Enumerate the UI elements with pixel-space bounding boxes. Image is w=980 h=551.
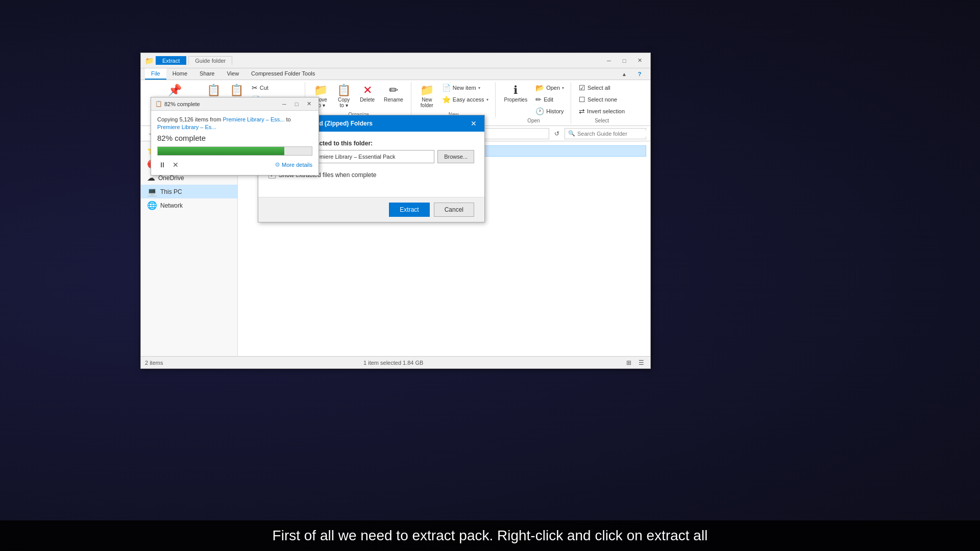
copy-progress-dialog: 📋 82% complete ─ □ ✕ Copying 5,126 items… (151, 97, 319, 176)
move-icon: 📁 (314, 85, 328, 96)
pause-button[interactable]: ⏸ (157, 160, 167, 170)
progress-body: Copying 5,126 items from Premiere Librar… (151, 111, 318, 175)
ribbon-tab-file[interactable]: File (145, 68, 166, 80)
new-folder-button[interactable]: 📁 Newfolder (416, 82, 437, 111)
view-large-icons-button[interactable]: ⊞ (624, 358, 634, 368)
select-small-buttons: ☑ Select all ☐ Select none ⇄ Invert sele… (576, 82, 627, 117)
progress-maximize-button[interactable]: □ (291, 99, 302, 109)
search-icon: 🔍 (568, 130, 575, 137)
extract-button[interactable]: Extract (389, 203, 429, 217)
status-bar: 2 items 1 item selected 1.84 GB ⊞ ☰ (141, 356, 650, 368)
progress-bar-container (157, 146, 312, 156)
new-folder-icon: 📁 (420, 85, 434, 96)
ribbon-group-new-items: 📁 Newfolder 📄 New item ▾ ⭐ Easy access ▾ (416, 82, 491, 111)
cut-button[interactable]: ✂ Cut (249, 82, 301, 93)
properties-button[interactable]: ℹ Properties (501, 82, 531, 105)
progress-title-bar: 📋 82% complete ─ □ ✕ (151, 97, 318, 111)
close-window-button[interactable]: ✕ (633, 56, 646, 66)
open-icon: 📂 (535, 84, 544, 92)
progress-copying-text: Copying 5,126 items from Premiere Librar… (157, 116, 312, 132)
more-details-button[interactable]: ⊙ More details (275, 161, 312, 168)
copy-to-icon: 📋 (337, 85, 351, 96)
view-details-button[interactable]: ☰ (636, 358, 646, 368)
search-input[interactable] (577, 131, 648, 137)
progress-dest: Premiere Library – Es... (157, 124, 216, 130)
select-none-icon: ☐ (579, 95, 585, 104)
new-item-button[interactable]: 📄 New item ▾ (439, 82, 491, 93)
minimize-button[interactable]: ─ (602, 56, 616, 66)
invert-icon: ⇄ (579, 107, 585, 115)
rename-icon: ✏ (389, 85, 398, 96)
tab-guide-folder[interactable]: Guide folder (188, 56, 232, 65)
progress-dialog-icon: 📋 (155, 101, 162, 107)
ribbon-help-button[interactable]: ? (633, 69, 646, 79)
this-pc-icon: 💻 (147, 187, 157, 196)
cut-icon: ✂ (252, 84, 258, 92)
history-icon: 🕐 (535, 107, 544, 115)
copy-icon: 📋 (207, 85, 220, 96)
refresh-button[interactable]: ↺ (551, 128, 562, 139)
ribbon-tab-view[interactable]: View (220, 68, 245, 80)
sidebar-item-this-pc[interactable]: 💻 This PC (141, 185, 237, 198)
open-small-buttons: 📂 Open ▾ ✏ Edit 🕐 History (533, 82, 567, 117)
ribbon-group-new: 📁 Newfolder 📄 New item ▾ ⭐ Easy access ▾ (412, 82, 496, 117)
easy-access-icon: ⭐ (442, 95, 451, 104)
delete-button[interactable]: ✕ Delete (356, 82, 378, 105)
extract-browse-button[interactable]: Browse... (437, 150, 474, 163)
ribbon-group-select-items: ☑ Select all ☐ Select none ⇄ Invert sele… (576, 82, 627, 117)
sidebar-item-network[interactable]: 🌐 Network (141, 198, 237, 212)
new-item-arrow: ▾ (478, 86, 480, 90)
folder-icon-title: 📁 (145, 57, 154, 65)
select-all-button[interactable]: ☑ Select all (576, 82, 627, 93)
network-icon: 🌐 (147, 201, 157, 210)
ribbon-minimize-button[interactable]: ▲ (618, 69, 631, 79)
select-all-icon: ☑ (579, 84, 585, 92)
rename-button[interactable]: ✏ Rename (380, 82, 407, 105)
pin-icon: 📌 (168, 85, 182, 96)
tab-extract[interactable]: Extract (156, 56, 186, 65)
ribbon-group-select: ☑ Select all ☐ Select none ⇄ Invert sele… (572, 82, 631, 123)
paste-icon: 📋 (230, 85, 243, 96)
status-items-count: 2 items (145, 360, 163, 366)
open-group-label: Open (527, 117, 540, 123)
title-bar-left: 📁 Extract Guide folder (145, 56, 232, 65)
select-group-label: Select (595, 117, 609, 123)
progress-close-button[interactable]: ✕ (303, 99, 314, 109)
title-bar: 📁 Extract Guide folder ─ □ ✕ (141, 53, 650, 68)
status-right: ⊞ ☰ (624, 358, 646, 368)
status-selected-info: 1 item selected 1.84 GB (363, 360, 423, 366)
open-arrow: ▾ (562, 86, 564, 90)
cancel-copy-button[interactable]: ✕ (170, 160, 181, 170)
delete-icon: ✕ (363, 85, 372, 96)
ribbon-group-open: ℹ Properties 📂 Open ▾ ✏ Edit 🕐 (497, 82, 572, 123)
search-box: 🔍 (565, 128, 646, 139)
ribbon-group-open-items: ℹ Properties 📂 Open ▾ ✏ Edit 🕐 (501, 82, 567, 117)
easy-access-button[interactable]: ⭐ Easy access ▾ (439, 94, 491, 105)
maximize-button[interactable]: □ (618, 56, 631, 66)
ribbon-tab-compressed[interactable]: Compressed Folder Tools (245, 68, 321, 80)
title-bar-controls: ─ □ ✕ (602, 56, 646, 66)
progress-bar-fill (158, 147, 284, 155)
ribbon-tab-home[interactable]: Home (166, 68, 193, 80)
progress-minimize-button[interactable]: ─ (279, 99, 290, 109)
caption-bar: First of all we need to extract pack. Ri… (0, 520, 980, 551)
new-item-icon: 📄 (442, 84, 451, 92)
more-details-icon: ⊙ (275, 161, 280, 168)
edit-icon: ✏ (535, 95, 542, 104)
extract-close-button[interactable]: ✕ (468, 118, 479, 129)
progress-win-buttons: ─ □ ✕ (279, 99, 314, 109)
ribbon-group-organize-items: 📁 Moveto ▾ 📋 Copyto ▾ ✕ Delete ✏ Rename (310, 82, 407, 111)
progress-source: Premiere Library – Ess... (223, 116, 284, 122)
easy-access-arrow: ▾ (486, 97, 488, 102)
cancel-extract-button[interactable]: Cancel (434, 203, 474, 217)
edit-button[interactable]: ✏ Edit (533, 94, 567, 105)
select-none-button[interactable]: ☐ Select none (576, 94, 627, 105)
invert-selection-button[interactable]: ⇄ Invert selection (576, 106, 627, 117)
open-button[interactable]: 📂 Open ▾ (533, 82, 567, 93)
copy-to-button[interactable]: 📋 Copyto ▾ (333, 82, 354, 111)
extract-footer: Extract Cancel (258, 197, 484, 222)
history-button[interactable]: 🕐 History (533, 106, 567, 117)
ribbon-tab-share[interactable]: Share (193, 68, 220, 80)
properties-icon: ℹ (513, 85, 518, 96)
new-small-buttons: 📄 New item ▾ ⭐ Easy access ▾ (439, 82, 491, 105)
